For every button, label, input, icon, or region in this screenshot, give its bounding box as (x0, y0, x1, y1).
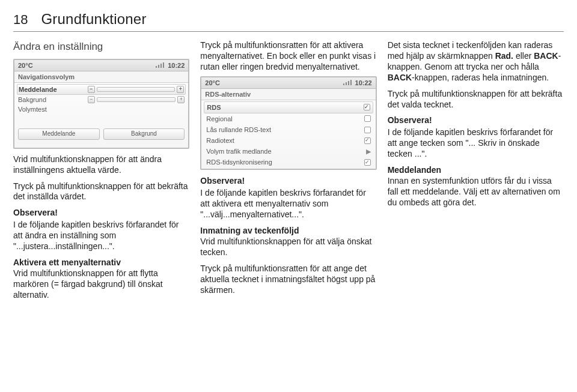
observera-body: I de följande kapitlen beskrivs förfaran… (388, 127, 564, 160)
column-3: Det sista tecknet i teckenföljden kan ra… (388, 40, 564, 301)
checkbox-checked-icon: ✓ (364, 159, 371, 166)
checkbox-checked-icon: ✓ (364, 137, 371, 144)
minus-icon: − (88, 86, 95, 93)
menu-row: Bakgrund − + (17, 95, 186, 104)
checkbox-checked-icon: ✓ (364, 104, 370, 110)
column-2: Tryck på multifunktionsratten för att ak… (200, 40, 376, 301)
col1-subhead: Ändra en inställning (13, 40, 189, 53)
rds-row: Lås rullande RDS-text (204, 124, 373, 135)
signal-icon (343, 80, 352, 85)
screenshot-body: RDS ✓ Regional Lås rullande RDS-text Rad… (201, 100, 375, 169)
temp-readout: 20°C (18, 61, 33, 70)
clock-readout: 10:22 (355, 79, 372, 87)
header-rule (13, 31, 564, 32)
slider: − + (88, 96, 185, 103)
observera-body: I de följande kapitlen beskrivs förfaran… (13, 220, 189, 252)
chevron-right-icon: ▶ (366, 147, 371, 155)
inline-lead: Inmatning av teckenföljd (200, 226, 299, 235)
paragraph: Tryck på multifunktionsknappen för att b… (388, 89, 564, 110)
rad-button-name: Rad. (495, 51, 513, 61)
back-button-name: BACK (388, 73, 412, 82)
screenshot-navigation-volume: 20°C 10:22 Navigationsvolym Meddelande −… (13, 59, 189, 149)
rds-row: Regional (204, 113, 373, 124)
screenshot-menu-title: RDS-alternativ (201, 89, 375, 100)
menu-row: Volymtest (17, 104, 186, 114)
back-button-name: BACK (534, 51, 558, 61)
observera-title: Observera! (13, 208, 189, 219)
paragraph: Aktivera ett menyalternativ Vrid multifu… (13, 258, 189, 301)
observera-body: I de följande kapitlen beskrivs förfaran… (200, 188, 376, 220)
inline-lead: Meddelanden (388, 165, 441, 175)
screenshot-bottom-buttons: Meddelande Bakgrund (14, 126, 188, 143)
menu-row-label: Bakgrund (18, 95, 88, 104)
screenshot-rds-options: 20°C 10:22 RDS-alternativ RDS ✓ Regional (200, 76, 376, 170)
paragraph: Meddelanden Innan en systemfunktion utfö… (388, 165, 564, 208)
paragraph: Vrid multifunktionsknappen för att ändra… (13, 154, 189, 176)
rds-row-label: RDS (207, 103, 221, 112)
inline-rest: Innan en systemfunktion utförs får du i … (388, 176, 560, 207)
rds-row-label: Volym trafik medlande (206, 147, 271, 155)
temp-readout: 20°C (205, 79, 220, 87)
observera-title: Observera! (388, 115, 564, 126)
inline-rest: Vrid multifunktionsknappen för att flytt… (13, 268, 163, 300)
paragraph: Tryck på multifunktionsratten för att ak… (200, 40, 376, 73)
page: 18 Grundfunktioner Ändra en inställning … (0, 0, 577, 392)
clock-readout: 10:22 (168, 61, 185, 70)
column-1: Ändra en inställning 20°C 10:22 Navigati… (13, 40, 189, 301)
observera-title: Observera! (200, 176, 376, 187)
paragraph: Det sista tecknet i teckenföljden kan ra… (388, 40, 564, 83)
screenshot-button: Meddelande (18, 128, 100, 140)
plus-icon: + (177, 86, 184, 93)
plus-icon: + (177, 96, 185, 103)
rds-row: Radiotext ✓ (204, 135, 373, 146)
screenshot-status-bar: 20°C 10:22 (201, 77, 375, 89)
text-run: eller (513, 51, 534, 61)
rds-row: RDS-tidsynkronisering ✓ (204, 157, 373, 167)
menu-row-label: Meddelande (19, 85, 88, 94)
minus-icon: − (88, 96, 95, 103)
rds-row-label: RDS-tidsynkronisering (206, 158, 272, 166)
paragraph: Tryck på multifunktionsknappen för att b… (13, 181, 189, 203)
text-run: -knappen, raderas hela inmatningen. (412, 73, 549, 82)
inline-lead: Aktivera ett menyalternativ (13, 258, 121, 267)
menu-row-highlighted: Meddelande − + (17, 84, 186, 95)
checkbox-empty-icon (364, 115, 371, 122)
screenshot-status-bar: 20°C 10:22 (14, 60, 188, 71)
rds-row-label: Lås rullande RDS-text (206, 125, 271, 134)
rds-row-label: Regional (206, 115, 232, 123)
rds-row-highlighted: RDS ✓ (204, 101, 373, 113)
screenshot-body: Meddelande − + Bakgrund − + (14, 83, 188, 115)
rds-row-label: Radiotext (206, 136, 234, 145)
signal-icon (156, 62, 164, 68)
page-header: 18 Grundfunktioner (13, 11, 564, 28)
screenshot-button: Bakgrund (103, 128, 185, 140)
checkbox-empty-icon (364, 127, 371, 133)
slider: − + (88, 86, 185, 93)
columns: Ändra en inställning 20°C 10:22 Navigati… (13, 40, 564, 301)
menu-row-label: Volymtest (18, 105, 185, 113)
screenshot-menu-title: Navigationsvolym (14, 71, 188, 83)
rds-row: Volym trafik medlande ▶ (204, 146, 373, 157)
paragraph: Inmatning av teckenföljd Vrid multifunkt… (200, 226, 376, 258)
page-number: 18 (13, 12, 28, 28)
inline-rest: Vrid multifunktionsknappen för att välja… (200, 237, 371, 257)
paragraph: Tryck på multifunktionsratten för att an… (200, 264, 376, 296)
page-title: Grundfunktioner (41, 11, 146, 28)
